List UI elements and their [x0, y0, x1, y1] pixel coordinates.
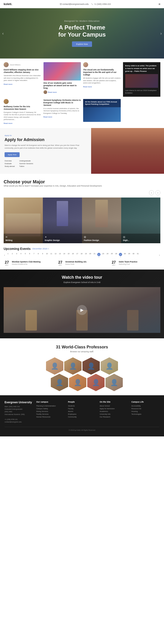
footer-link-university-info[interactable]: University Info	[100, 413, 128, 415]
apply-now-button[interactable]: Apply Now	[4, 152, 20, 157]
event-month-3: DEC	[110, 264, 117, 266]
read-more-3[interactable]: Read more	[83, 86, 92, 88]
cal-day-8[interactable]: 8	[36, 253, 40, 258]
cal-day-17[interactable]: 17	[75, 253, 79, 258]
news-grid-row2: Mulhaney Center for the Arts Announces N…	[4, 99, 160, 124]
footer-link-apply[interactable]: Apply for Admission	[100, 408, 128, 410]
admission-section: Apply for Apply for Admission Want to ch…	[0, 128, 164, 174]
cal-day-16[interactable]: 16	[71, 253, 75, 258]
writing-icon: ✒	[5, 236, 41, 239]
video-thumbnail[interactable]: ▶	[4, 287, 160, 333]
cal-day-20[interactable]: 20	[88, 253, 92, 258]
majors-section: Choose your Major What would you like to…	[0, 174, 164, 244]
footer-link-employees[interactable]: Employees	[68, 413, 96, 415]
cal-next[interactable]: ›	[159, 253, 160, 257]
cal-day-4[interactable]: 4	[19, 253, 23, 258]
footer-link-students[interactable]: Students	[68, 405, 96, 407]
footer-link-accessibility[interactable]: Accessibility	[131, 405, 160, 407]
cal-day-22[interactable]: 22●	[97, 253, 101, 258]
event-day-3: 27	[110, 260, 117, 264]
footer-link-resources[interactable]: Resource list	[131, 408, 160, 410]
video-play-button[interactable]: ▶	[77, 305, 87, 315]
link-undergrad[interactable]: Undergraduate	[19, 160, 33, 162]
cal-day-6[interactable]: 6	[28, 253, 32, 258]
footer-link-planning[interactable]: Planning & Administration	[36, 405, 64, 407]
cal-day-3[interactable]: 3	[14, 253, 19, 258]
cal-day-18[interactable]: 18	[80, 253, 83, 258]
menu-icon[interactable]: ≡	[159, 2, 160, 6]
footer-link-academics[interactable]: Academics	[100, 410, 128, 412]
news-col4-empty	[123, 99, 161, 124]
link-graduate[interactable]: Graduate	[4, 162, 15, 164]
professor-hex-1[interactable]: 👤	[46, 357, 63, 375]
phone-icon	[91, 3, 93, 5]
cal-day-5[interactable]: 5	[23, 253, 27, 258]
cal-day-13[interactable]: 13	[58, 253, 62, 258]
read-more-2[interactable]: Read more	[48, 91, 57, 93]
hero-next-arrow[interactable]: ›	[160, 31, 162, 36]
footer-link-faculty[interactable]: Faculty	[68, 408, 96, 410]
link-tuition[interactable]: Tuition	[19, 165, 33, 167]
cal-day-14[interactable]: 14	[62, 253, 66, 258]
hero-prev-arrow[interactable]: ‹	[2, 31, 4, 36]
news-card-quote: Every child is an artist. The problem is…	[123, 62, 161, 97]
cal-day-26[interactable]: 26	[114, 253, 118, 258]
footer-link-about[interactable]: About School	[100, 405, 128, 407]
cal-day-21[interactable]: 21	[92, 253, 96, 258]
cal-day-1[interactable]: 1	[6, 253, 10, 258]
cal-day-2[interactable]: 2	[10, 253, 14, 258]
cal-day-23[interactable]: 23	[101, 253, 105, 258]
cal-day-19[interactable]: 19	[84, 253, 88, 258]
avatar-dw	[4, 62, 9, 67]
exhibition-link[interactable]: Last chance to visit our 2018 Greatsplac…	[125, 89, 158, 94]
cal-day-25[interactable]: 25	[110, 253, 114, 258]
professor-hex-2[interactable]: 👤	[64, 357, 82, 375]
major-card-fashion[interactable]: ✿ Fashion Design	[82, 198, 121, 243]
professor-hex-3[interactable]: 👤	[82, 357, 100, 375]
hero-explore-button[interactable]: Explore Now	[72, 42, 92, 47]
cal-day-31[interactable]: 31	[136, 253, 140, 258]
footer-link-tech[interactable]: Technologies	[131, 413, 160, 415]
link-study-abroad[interactable]: Study abroad	[4, 165, 15, 167]
admission-title: Apply for Admission	[4, 138, 86, 142]
cal-day-27[interactable]: 27●	[118, 253, 123, 258]
footer-link-safety[interactable]: Campus Safety	[36, 408, 64, 410]
cal-day-10[interactable]: 10	[45, 253, 49, 258]
read-more-5[interactable]: Read more	[4, 122, 12, 124]
footer-link-facility[interactable]: Facility Services	[36, 413, 64, 415]
event-month-1: DEC	[4, 264, 10, 266]
footer-link-dining[interactable]: Dining Services	[36, 410, 64, 412]
professor-hex-4[interactable]: 👤	[101, 357, 118, 375]
footer-link-housing[interactable]: Housing	[131, 410, 160, 412]
professor-hex-7[interactable]: 👤	[87, 374, 104, 391]
footer-link-community[interactable]: Community	[68, 416, 96, 418]
cal-day-11[interactable]: 11	[49, 253, 53, 258]
cal-day-12[interactable]: 12	[54, 253, 58, 258]
cal-day-7[interactable]: 7	[32, 253, 36, 258]
footer-link-hr[interactable]: Human Resources	[36, 416, 64, 418]
cal-day-29[interactable]: 29	[127, 253, 131, 258]
events-month[interactable]: December 2018 »	[32, 248, 49, 250]
cal-day-15[interactable]: 15	[67, 253, 71, 258]
professor-hex-8[interactable]: 👤	[105, 374, 123, 391]
read-more-1[interactable]: Read more	[4, 83, 12, 85]
link-summer[interactable]: Summer Sessions	[19, 162, 33, 164]
professor-hex-6[interactable]: 👤	[69, 374, 86, 391]
majors-prev-button[interactable]: ‹	[149, 190, 154, 195]
major-card-graphic[interactable]: ✦ Graphic Design	[43, 198, 82, 243]
professor-hex-5[interactable]: 👤	[51, 374, 68, 391]
major-card-digital[interactable]: ⊞ Digit...	[121, 198, 160, 243]
major-card-writing[interactable]: ✒ Writing	[4, 198, 43, 243]
header: koleti. contact@evergreensarts.edu +1 (3…	[0, 0, 164, 8]
cal-prev[interactable]: ‹	[4, 253, 5, 257]
cal-day-28[interactable]: 28	[123, 253, 127, 258]
footer-link-alumni[interactable]: Alumni	[68, 410, 96, 412]
cal-day-30[interactable]: 30	[131, 253, 136, 258]
majors-next-button[interactable]: ›	[155, 190, 160, 195]
footer-link-research[interactable]: Our Research	[100, 416, 128, 418]
cal-day-24[interactable]: 24	[105, 253, 110, 258]
read-more-6[interactable]: Read more	[44, 116, 52, 118]
link-overview[interactable]: Overview	[4, 160, 15, 162]
event-info-1: Wombat Spotters Club Meeting Houston Exh…	[12, 260, 41, 265]
cal-day-9[interactable]: 9	[41, 253, 45, 258]
